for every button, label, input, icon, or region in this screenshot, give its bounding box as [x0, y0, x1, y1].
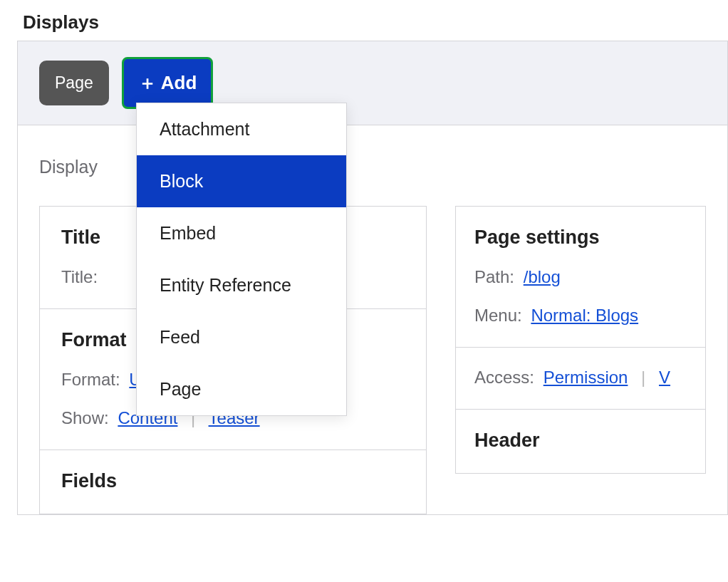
add-display-button[interactable]: ＋ Add	[122, 57, 214, 109]
access-label: Access:	[474, 368, 534, 387]
page-title: Displays	[0, 0, 728, 41]
dropdown-item-embed[interactable]: Embed	[137, 207, 346, 259]
add-button-label: Add	[161, 72, 197, 94]
dropdown-item-block[interactable]: Block	[137, 155, 346, 207]
access-section: Access: Permission | V	[456, 348, 705, 410]
dropdown-item-attachment[interactable]: Attachment	[137, 103, 346, 155]
format-label: Format:	[61, 370, 120, 389]
dropdown-item-page[interactable]: Page	[137, 363, 346, 415]
tab-page[interactable]: Page	[39, 61, 109, 105]
fields-section: Fields	[40, 450, 426, 514]
path-label: Path:	[474, 267, 514, 286]
plus-icon: ＋	[138, 71, 157, 95]
dropdown-item-entity-reference[interactable]: Entity Reference	[137, 259, 346, 311]
access-extra-link[interactable]: V	[659, 368, 670, 387]
right-column: Page settings Path: /blog Menu: Normal: …	[455, 206, 706, 474]
show-label: Show:	[61, 408, 109, 427]
page-settings-section: Page settings Path: /blog Menu: Normal: …	[456, 207, 705, 348]
separator: |	[641, 368, 645, 387]
path-value-link[interactable]: /blog	[524, 267, 561, 286]
dropdown-item-feed[interactable]: Feed	[137, 311, 346, 363]
add-display-dropdown: Attachment Block Embed Entity Reference …	[136, 103, 347, 416]
page-settings-heading: Page settings	[474, 227, 687, 249]
access-value-link[interactable]: Permission	[544, 368, 628, 387]
displays-container: Page ＋ Add Attachment Block Embed Entity…	[17, 41, 728, 515]
display-content: Display Title Title: Format Format: Unfo…	[18, 125, 727, 514]
header-section: Header	[456, 410, 705, 473]
title-label: Title:	[61, 267, 98, 286]
fields-heading: Fields	[61, 470, 405, 492]
header-heading: Header	[474, 430, 687, 452]
menu-label: Menu:	[474, 306, 522, 325]
menu-value-link[interactable]: Normal: Blogs	[531, 306, 638, 325]
display-tabs-bar: Page ＋ Add Attachment Block Embed Entity…	[18, 41, 727, 125]
